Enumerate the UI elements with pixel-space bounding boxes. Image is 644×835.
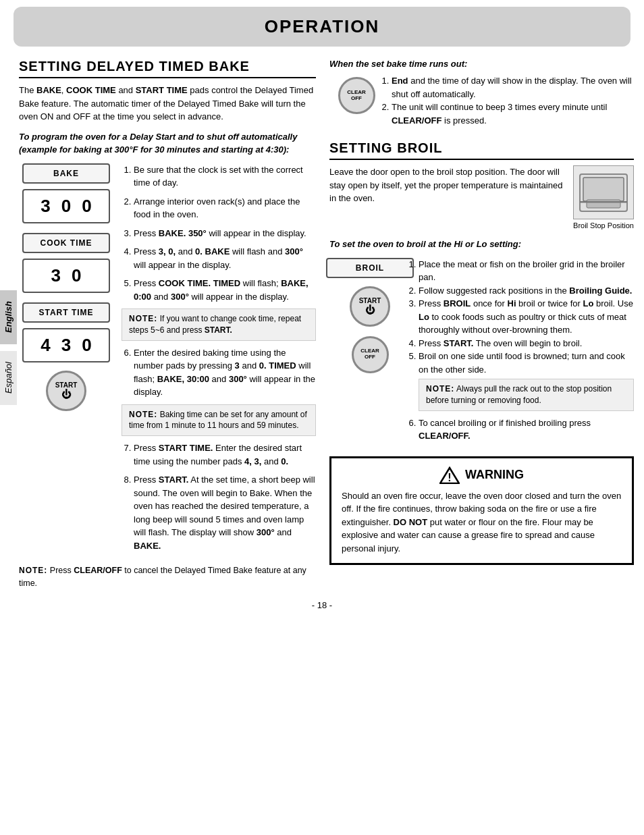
broil-image-caption: Broil Stop Position [573,221,634,230]
step-7: Press START TIME. Enter the desired star… [134,441,316,468]
sidebar-english-tab[interactable]: English [0,290,17,344]
broil-intro-text: Leave the door open to the broil stop po… [329,165,566,230]
page-title: OPERATION [14,16,630,37]
start-time-display-panel: START TIME [22,302,110,323]
step-3: Press BAKE. 350° will appear in the disp… [134,227,316,240]
delayed-bake-intro: The BAKE, COOK TIME and START TIME pads … [19,84,316,124]
sidebar-espanol-tab[interactable]: Español [0,351,17,405]
bake-display-panel: BAKE [22,163,110,184]
runout-display-col: CLEAROFF [329,74,383,127]
cook-time-display-panel: COOK TIME [22,233,110,253]
svg-rect-1 [583,178,624,201]
step-2: Arrange interior oven rack(s) and place … [134,195,316,221]
svg-rect-4 [580,201,627,203]
step-4: Press 3, 0, and 0. BAKE will flash and 3… [134,245,316,271]
main-content: SETTING DELAYED TIMED BAKE The BAKE, COO… [19,59,634,590]
right-column: When the set bake time runs out: CLEAROF… [329,59,634,590]
start-broil-symbol: ⏻ [365,304,375,315]
bake-digit-3: 0 [82,196,91,217]
warning-title: ! WARNING [342,466,622,484]
clear-off-icon-text: CLEAROFF [347,90,366,102]
bake-digits-display: 3 0 0 [22,189,110,223]
start-button-broil[interactable]: START ⏻ [350,286,390,327]
warning-triangle-icon: ! [439,466,460,484]
broil-step-2: Follow suggested rack positions in the B… [419,284,634,298]
start-icon-text: START [55,381,78,389]
display-column: BAKE 3 0 0 COOK TIME [19,163,113,558]
broil-stop-image [573,165,634,219]
bake-digit-1: 3 [41,196,50,217]
runout-section: When the set bake time runs out: CLEAROF… [329,59,634,127]
steps-container: BAKE 3 0 0 COOK TIME [19,163,316,558]
step-5: Press COOK TIME. TIMED will flash; BAKE,… [134,277,316,303]
runout-content: CLEAROFF End and the time of day will sh… [329,74,634,127]
note-bake-time: NOTE: Baking time can be set for any amo… [122,404,316,437]
bottom-note: NOTE: Press CLEAR/OFF to cancel the Dela… [19,564,316,590]
start-button-left[interactable]: START ⏻ [46,371,86,411]
page-header: OPERATION [14,7,630,47]
broil-intro: Leave the door open to the broil stop po… [329,165,634,230]
start-digit-3: 0 [82,335,91,356]
note-cook-time: NOTE: If you want to change cook time, r… [122,308,316,341]
bake-digit-2: 0 [61,196,71,217]
note-broil: NOTE: Always pull the rack out to the st… [419,379,634,411]
broil-step-1: Place the meat or fish on the broiler gr… [419,258,634,284]
broil-step-5: Broil on one side until food is browned;… [419,350,634,376]
runout-title: When the set bake time runs out: [329,59,634,69]
left-column: SETTING DELAYED TIMED BAKE The BAKE, COO… [19,59,316,590]
broil-step-3: Press BROIL once for Hi broil or twice f… [419,297,634,337]
start-digit-2: 3 [61,335,71,356]
step-1: Be sure that the clock is set with the c… [134,163,316,190]
start-icon-symbol: ⏻ [61,389,71,400]
cook-time-digits-display: 3 0 [22,259,110,293]
step-6: Enter the desired baking time using the … [134,346,316,399]
clear-off-button-broil[interactable]: CLEAROFF [352,336,389,373]
runout-step-1: End and the time of day will show in the… [392,74,634,101]
steps-list: Be sure that the clock is set with the c… [122,163,316,558]
start-broil-text: START [359,297,381,304]
runout-steps: End and the time of day will show in the… [392,74,634,127]
clear-off-broil-text: CLEAROFF [360,348,379,360]
clear-off-button-runout[interactable]: CLEAROFF [338,77,375,114]
start-digit-1: 4 [41,335,50,356]
cook-digit-1: 3 [51,265,61,286]
svg-rect-2 [587,200,620,208]
broil-steps-list: Place the meat or fish on the broiler gr… [419,258,634,443]
broil-step-6: To cancel broiling or if finished broili… [419,416,634,443]
page-number: - 18 - [0,600,644,617]
delayed-timed-bake-title: SETTING DELAYED TIMED BAKE [19,59,316,78]
page-container: OPERATION English Español SETTING DELAYE… [0,7,644,835]
cook-digit-2: 0 [72,265,81,286]
broil-set-italic: To set the oven to broil at the Hi or Lo… [329,238,634,251]
broil-stop-svg [576,171,630,215]
setting-broil-title: SETTING BROIL [329,140,634,160]
broil-display-panel: BROIL [326,258,414,278]
broil-step-4: Press START. The oven will begin to broi… [419,337,634,350]
warning-text: Should an oven fire occur, leave the ove… [342,489,622,556]
delayed-bake-example: To program the oven for a Delay Start an… [19,130,316,157]
warning-box: ! WARNING Should an oven fire occur, lea… [329,456,634,566]
step-8: Press START. At the set time, a short be… [134,473,316,552]
broil-display-col: BROIL START ⏻ CLEAROFF [329,258,410,443]
broil-image-container: Broil Stop Position [573,165,634,230]
runout-step-2: The unit will continue to beep 3 times e… [392,101,634,127]
broil-steps-container: BROIL START ⏻ CLEAROFF Place the meat or… [329,258,634,443]
svg-text:!: ! [448,472,451,483]
start-time-digits-display: 4 3 0 [22,328,110,362]
